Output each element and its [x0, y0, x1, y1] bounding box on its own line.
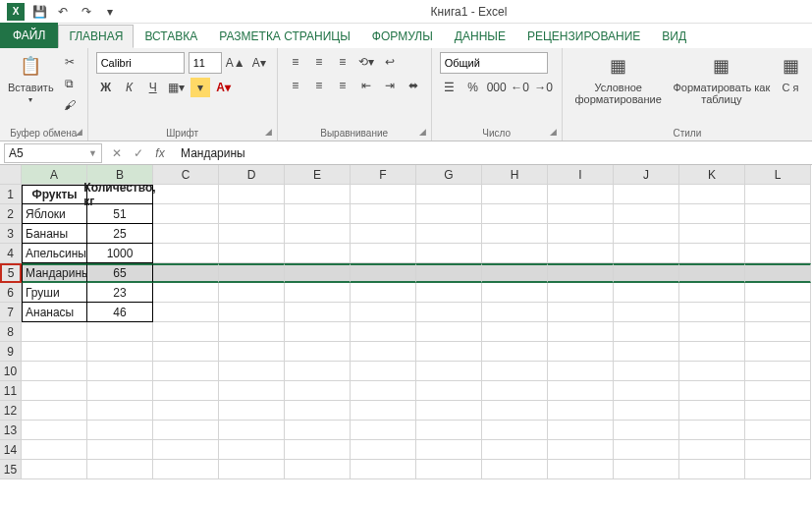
cell[interactable]	[22, 440, 87, 460]
cell[interactable]	[614, 460, 679, 479]
column-header-C[interactable]: C	[153, 165, 219, 185]
cell[interactable]: Бананы	[22, 224, 87, 244]
number-launcher-icon[interactable]: ◢	[548, 127, 560, 139]
cell[interactable]	[482, 204, 548, 224]
tab-review[interactable]: РЕЦЕНЗИРОВАНИЕ	[516, 25, 651, 48]
increase-indent-icon[interactable]: ⇥	[380, 76, 400, 95]
column-header-G[interactable]: G	[416, 165, 482, 185]
cell[interactable]	[416, 244, 482, 263]
cell[interactable]	[153, 185, 219, 204]
cell[interactable]	[745, 460, 811, 479]
cell[interactable]	[285, 185, 351, 204]
worksheet-grid[interactable]: ABCDEFGHIJKL1ФруктыКоличество, кг2Яблоки…	[0, 165, 812, 479]
cell[interactable]	[285, 244, 351, 263]
cell[interactable]	[87, 342, 153, 362]
paste-button[interactable]: 📋 Вставить ▾	[8, 52, 54, 104]
cell[interactable]	[416, 381, 482, 401]
cell[interactable]	[548, 342, 614, 362]
cell[interactable]	[219, 185, 285, 204]
cell[interactable]: 23	[87, 283, 153, 303]
tab-view[interactable]: ВИД	[651, 25, 697, 48]
cell[interactable]	[548, 381, 614, 401]
cell[interactable]	[219, 421, 285, 440]
enter-formula-icon[interactable]: ✓	[128, 143, 149, 163]
cell[interactable]	[22, 322, 87, 342]
cell[interactable]	[153, 263, 219, 283]
cell[interactable]	[482, 401, 548, 421]
cell[interactable]	[285, 440, 351, 460]
cell[interactable]	[219, 342, 285, 362]
cell[interactable]	[416, 185, 482, 204]
align-middle-icon[interactable]: ≡	[309, 52, 329, 72]
cell[interactable]	[416, 401, 482, 421]
cell[interactable]	[548, 185, 614, 204]
cell[interactable]	[679, 283, 745, 303]
cell[interactable]: Апельсины	[22, 244, 87, 263]
decrease-decimal-icon[interactable]: →0	[534, 78, 554, 97]
cell[interactable]	[416, 204, 482, 224]
tab-file[interactable]: ФАЙЛ	[0, 23, 58, 48]
orientation-icon[interactable]: ⟲▾	[356, 52, 376, 72]
cell[interactable]	[153, 224, 219, 244]
cell[interactable]	[87, 401, 153, 421]
cell[interactable]	[482, 283, 548, 303]
cell[interactable]	[285, 204, 351, 224]
percent-icon[interactable]: %	[463, 78, 483, 97]
number-format-combo[interactable]	[440, 52, 548, 74]
font-name-combo[interactable]	[96, 52, 185, 74]
cell[interactable]	[87, 362, 153, 381]
cell[interactable]	[351, 322, 416, 342]
cell[interactable]	[679, 303, 745, 322]
copy-icon[interactable]: ⧉	[60, 74, 80, 93]
cell[interactable]	[482, 244, 548, 263]
cell[interactable]	[153, 244, 219, 263]
cell[interactable]	[219, 381, 285, 401]
format-painter-icon[interactable]: 🖌	[60, 95, 80, 115]
row-header[interactable]: 3	[0, 224, 22, 244]
clipboard-launcher-icon[interactable]: ◢	[74, 127, 85, 139]
cell[interactable]	[679, 224, 745, 244]
cell[interactable]	[745, 224, 811, 244]
cell[interactable]	[153, 421, 219, 440]
cell[interactable]	[416, 224, 482, 244]
cell[interactable]	[87, 460, 153, 479]
cell[interactable]: Фрукты	[22, 185, 87, 204]
cell[interactable]	[351, 244, 416, 263]
tab-home[interactable]: ГЛАВНАЯ	[58, 25, 134, 48]
cell[interactable]	[285, 322, 351, 342]
column-header-A[interactable]: A	[22, 165, 87, 185]
cell[interactable]	[416, 263, 482, 283]
cell[interactable]	[351, 421, 416, 440]
cell[interactable]	[87, 381, 153, 401]
cell[interactable]	[614, 401, 679, 421]
cell[interactable]	[614, 381, 679, 401]
cell[interactable]: 65	[87, 263, 153, 283]
cell-styles-button[interactable]: ▦ С я	[777, 52, 804, 93]
cell[interactable]	[614, 440, 679, 460]
cell[interactable]	[548, 401, 614, 421]
cell[interactable]	[482, 421, 548, 440]
cell[interactable]	[548, 421, 614, 440]
cell[interactable]	[614, 342, 679, 362]
cell[interactable]: Яблоки	[22, 204, 87, 224]
align-left-icon[interactable]: ≡	[286, 76, 305, 95]
cell[interactable]	[219, 224, 285, 244]
row-header[interactable]: 6	[0, 283, 22, 303]
wrap-text-icon[interactable]: ↩	[380, 52, 400, 72]
cell[interactable]	[22, 342, 87, 362]
qat-customize-icon[interactable]: ▾	[100, 2, 120, 22]
cell[interactable]	[679, 421, 745, 440]
cell[interactable]	[416, 440, 482, 460]
row-header[interactable]: 7	[0, 303, 22, 322]
cell[interactable]	[219, 322, 285, 342]
cell[interactable]	[548, 362, 614, 381]
cell[interactable]	[351, 303, 416, 322]
column-header-E[interactable]: E	[285, 165, 351, 185]
cell[interactable]	[351, 224, 416, 244]
cell[interactable]	[614, 421, 679, 440]
cell[interactable]	[745, 342, 811, 362]
row-header[interactable]: 10	[0, 362, 22, 381]
cut-icon[interactable]: ✂	[60, 52, 80, 72]
format-as-table-button[interactable]: ▦ Форматировать как таблицу	[673, 52, 771, 105]
cell[interactable]	[614, 224, 679, 244]
